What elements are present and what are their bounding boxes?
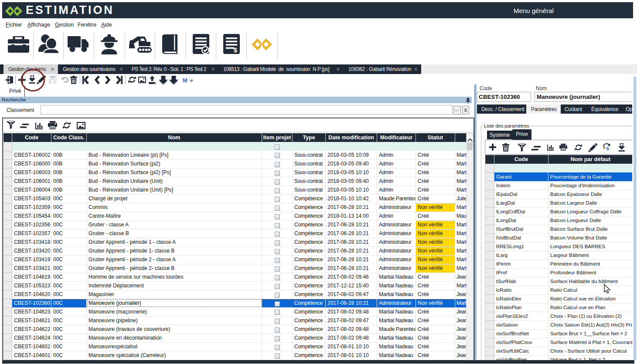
svg-text:$: $	[234, 46, 238, 54]
svg-text:a: a	[603, 145, 606, 150]
svg-text:b: b	[606, 146, 609, 151]
